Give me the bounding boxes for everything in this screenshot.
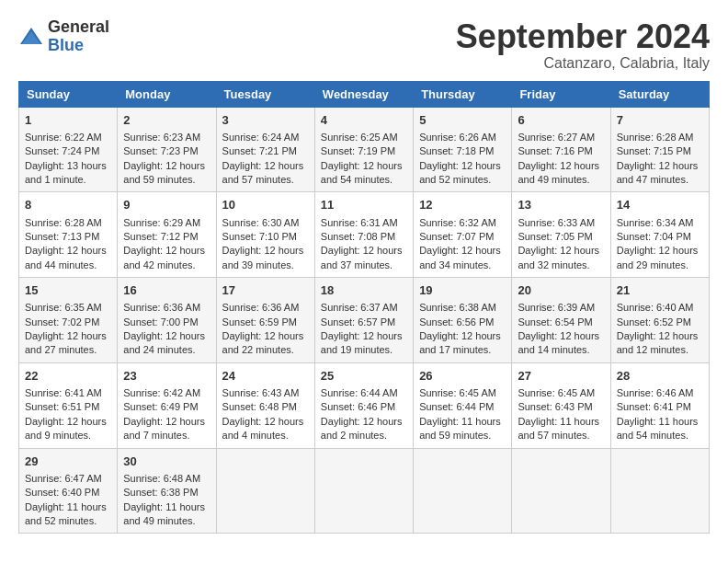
day-number: 18	[321, 282, 407, 299]
sunset-label: Sunset: 7:23 PM	[123, 145, 198, 156]
day-number: 22	[25, 368, 111, 385]
daylight-label: Daylight: 12 hours and 7 minutes.	[123, 416, 205, 441]
calendar-cell: 8Sunrise: 6:28 AMSunset: 7:13 PMDaylight…	[19, 192, 118, 278]
sunrise-label: Sunrise: 6:22 AM	[25, 132, 102, 143]
day-number: 24	[222, 368, 309, 385]
daylight-label: Daylight: 12 hours and 32 minutes.	[518, 245, 599, 270]
header-saturday: Saturday	[610, 81, 709, 107]
header-wednesday: Wednesday	[314, 81, 413, 107]
sunrise-label: Sunrise: 6:33 AM	[518, 217, 595, 228]
calendar-cell: 15Sunrise: 6:35 AMSunset: 7:02 PMDayligh…	[19, 278, 118, 363]
daylight-label: Daylight: 12 hours and 57 minutes.	[222, 160, 304, 185]
sunrise-label: Sunrise: 6:27 AM	[518, 132, 595, 143]
calendar-cell: 12Sunrise: 6:32 AMSunset: 7:07 PMDayligh…	[414, 192, 512, 278]
day-number: 27	[518, 368, 604, 385]
sunset-label: Sunset: 6:43 PM	[518, 401, 592, 412]
calendar-cell: 23Sunrise: 6:42 AMSunset: 6:49 PMDayligh…	[118, 362, 216, 448]
calendar-cell: 17Sunrise: 6:36 AMSunset: 6:59 PMDayligh…	[216, 278, 314, 363]
sunrise-label: Sunrise: 6:45 AM	[518, 387, 595, 398]
calendar-cell	[314, 448, 413, 534]
sunrise-label: Sunrise: 6:24 AM	[222, 132, 300, 143]
calendar-cell: 29Sunrise: 6:47 AMSunset: 6:40 PMDayligh…	[19, 448, 118, 534]
daylight-label: Daylight: 12 hours and 12 minutes.	[617, 330, 699, 355]
calendar-body: 1Sunrise: 6:22 AMSunset: 7:24 PMDaylight…	[19, 107, 710, 534]
daylight-label: Daylight: 11 hours and 59 minutes.	[419, 416, 501, 441]
sunrise-label: Sunrise: 6:44 AM	[321, 387, 398, 398]
sunset-label: Sunset: 6:48 PM	[222, 401, 297, 412]
day-number: 28	[617, 368, 703, 385]
calendar-cell: 16Sunrise: 6:36 AMSunset: 7:00 PMDayligh…	[118, 278, 216, 363]
daylight-label: Daylight: 12 hours and 42 minutes.	[123, 245, 205, 270]
sunrise-label: Sunrise: 6:43 AM	[222, 387, 300, 398]
daylight-label: Daylight: 12 hours and 59 minutes.	[123, 160, 205, 185]
daylight-label: Daylight: 11 hours and 52 minutes.	[25, 501, 107, 526]
daylight-label: Daylight: 12 hours and 49 minutes.	[518, 160, 599, 185]
daylight-label: Daylight: 11 hours and 49 minutes.	[123, 501, 205, 526]
sunrise-label: Sunrise: 6:47 AM	[25, 473, 102, 484]
sunrise-label: Sunrise: 6:37 AM	[321, 302, 398, 313]
calendar-cell: 28Sunrise: 6:46 AMSunset: 6:41 PMDayligh…	[610, 362, 709, 448]
day-number: 29	[25, 454, 111, 470]
calendar-cell: 4Sunrise: 6:25 AMSunset: 7:19 PMDaylight…	[314, 107, 413, 192]
sunrise-label: Sunrise: 6:36 AM	[123, 302, 200, 313]
header-sunday: Sunday	[19, 81, 118, 107]
calendar-week-5: 29Sunrise: 6:47 AMSunset: 6:40 PMDayligh…	[19, 448, 710, 534]
header-friday: Friday	[512, 81, 610, 107]
daylight-label: Daylight: 12 hours and 39 minutes.	[222, 245, 304, 270]
calendar-header: Sunday Monday Tuesday Wednesday Thursday…	[19, 81, 710, 107]
sunrise-label: Sunrise: 6:31 AM	[321, 217, 398, 228]
sunset-label: Sunset: 6:52 PM	[617, 316, 691, 327]
daylight-label: Daylight: 12 hours and 29 minutes.	[617, 245, 699, 270]
day-number: 4	[321, 112, 407, 129]
daylight-label: Daylight: 12 hours and 4 minutes.	[222, 416, 304, 441]
sunset-label: Sunset: 7:13 PM	[25, 231, 99, 242]
sunset-label: Sunset: 6:51 PM	[25, 401, 99, 412]
sunset-label: Sunset: 7:21 PM	[222, 145, 297, 156]
sunrise-label: Sunrise: 6:40 AM	[617, 302, 694, 313]
day-number: 7	[617, 112, 703, 129]
sunset-label: Sunset: 7:08 PM	[321, 231, 395, 242]
header-monday: Monday	[118, 81, 216, 107]
calendar-cell: 7Sunrise: 6:28 AMSunset: 7:15 PMDaylight…	[610, 107, 709, 192]
sunrise-label: Sunrise: 6:28 AM	[617, 132, 694, 143]
daylight-label: Daylight: 12 hours and 9 minutes.	[25, 416, 107, 441]
sunset-label: Sunset: 6:46 PM	[321, 401, 395, 412]
sunset-label: Sunset: 7:10 PM	[222, 231, 297, 242]
calendar-cell: 22Sunrise: 6:41 AMSunset: 6:51 PMDayligh…	[19, 362, 118, 448]
sunset-label: Sunset: 7:00 PM	[123, 316, 198, 327]
sunrise-label: Sunrise: 6:34 AM	[617, 217, 694, 228]
logo-blue-text: Blue	[48, 36, 84, 54]
calendar-cell: 26Sunrise: 6:45 AMSunset: 6:44 PMDayligh…	[414, 362, 512, 448]
day-number: 23	[123, 368, 210, 385]
calendar-cell: 1Sunrise: 6:22 AMSunset: 7:24 PMDaylight…	[19, 107, 118, 192]
sunrise-label: Sunrise: 6:46 AM	[617, 387, 694, 398]
calendar-cell: 18Sunrise: 6:37 AMSunset: 6:57 PMDayligh…	[314, 278, 413, 363]
day-number: 14	[617, 197, 703, 213]
calendar-cell: 21Sunrise: 6:40 AMSunset: 6:52 PMDayligh…	[610, 278, 709, 363]
daylight-label: Daylight: 12 hours and 34 minutes.	[419, 245, 501, 270]
header: General Blue September 2024 Catanzaro, C…	[18, 18, 710, 72]
sunset-label: Sunset: 7:04 PM	[617, 231, 691, 242]
calendar-week-4: 22Sunrise: 6:41 AMSunset: 6:51 PMDayligh…	[19, 362, 710, 448]
calendar-cell: 20Sunrise: 6:39 AMSunset: 6:54 PMDayligh…	[512, 278, 610, 363]
day-number: 15	[25, 282, 111, 299]
calendar-week-2: 8Sunrise: 6:28 AMSunset: 7:13 PMDaylight…	[19, 192, 710, 278]
daylight-label: Daylight: 12 hours and 24 minutes.	[123, 330, 205, 355]
calendar-cell: 13Sunrise: 6:33 AMSunset: 7:05 PMDayligh…	[512, 192, 610, 278]
sunset-label: Sunset: 7:19 PM	[321, 145, 395, 156]
sunset-label: Sunset: 7:12 PM	[123, 231, 198, 242]
logo-general-text: General	[48, 17, 109, 36]
sunset-label: Sunset: 6:56 PM	[419, 316, 494, 327]
daylight-label: Daylight: 11 hours and 54 minutes.	[617, 416, 699, 441]
day-number: 10	[222, 197, 309, 213]
calendar-cell: 30Sunrise: 6:48 AMSunset: 6:38 PMDayligh…	[118, 448, 216, 534]
calendar-cell: 25Sunrise: 6:44 AMSunset: 6:46 PMDayligh…	[314, 362, 413, 448]
calendar-cell	[216, 448, 314, 534]
day-number: 17	[222, 282, 309, 299]
calendar-cell: 24Sunrise: 6:43 AMSunset: 6:48 PMDayligh…	[216, 362, 314, 448]
sunrise-label: Sunrise: 6:30 AM	[222, 217, 300, 228]
sunset-label: Sunset: 7:18 PM	[419, 145, 494, 156]
header-tuesday: Tuesday	[216, 81, 314, 107]
sunrise-label: Sunrise: 6:28 AM	[25, 217, 102, 228]
sunrise-label: Sunrise: 6:29 AM	[123, 217, 200, 228]
